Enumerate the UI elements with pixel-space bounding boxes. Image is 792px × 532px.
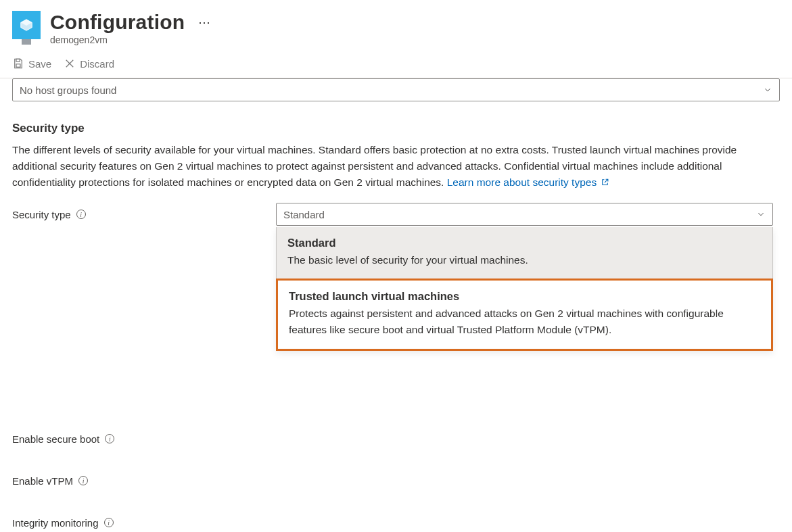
info-icon[interactable]: i xyxy=(104,518,114,527)
external-link-icon xyxy=(601,178,609,187)
security-type-selected: Standard xyxy=(283,209,325,220)
discard-button[interactable]: Discard xyxy=(64,57,114,70)
enable-vtpm-label: Enable vTPM i xyxy=(12,469,269,492)
chevron-down-icon xyxy=(763,85,772,95)
svg-rect-3 xyxy=(16,64,20,68)
option-title: Standard xyxy=(287,237,762,249)
save-icon xyxy=(12,57,24,70)
security-type-label: Security type i xyxy=(12,203,269,226)
resource-subtitle: demogen2vm xyxy=(50,34,210,45)
page-header: Configuration ⋯ demogen2vm xyxy=(12,11,780,45)
learn-more-link[interactable]: Learn more about security types xyxy=(447,176,610,188)
discard-label: Discard xyxy=(80,58,114,70)
security-type-options: Standard The basic level of security for… xyxy=(276,227,773,351)
info-icon[interactable]: i xyxy=(78,476,88,485)
option-desc: The basic level of security for your vir… xyxy=(287,252,762,268)
enable-secure-boot-label: Enable secure boot i xyxy=(12,427,269,450)
page-title: Configuration xyxy=(50,11,185,33)
resource-icon xyxy=(12,11,41,39)
save-button[interactable]: Save xyxy=(12,57,51,70)
security-type-heading: Security type xyxy=(12,122,780,135)
security-option-standard[interactable]: Standard The basic level of security for… xyxy=(277,227,772,279)
option-desc: Protects against persistent and advanced… xyxy=(289,306,760,338)
security-type-dropdown[interactable]: Standard xyxy=(276,203,773,226)
more-actions-button[interactable]: ⋯ xyxy=(198,15,210,30)
host-group-selected: No host groups found xyxy=(20,84,116,96)
security-type-description: The different levels of security availab… xyxy=(12,142,770,191)
info-icon[interactable]: i xyxy=(76,210,86,219)
option-title: Trusted launch virtual machines xyxy=(289,290,760,303)
chevron-down-icon xyxy=(756,210,766,219)
svg-rect-2 xyxy=(16,59,20,62)
security-option-trusted-launch[interactable]: Trusted launch virtual machines Protects… xyxy=(276,279,773,351)
integrity-monitoring-label: Integrity monitoring i xyxy=(12,511,269,532)
host-group-dropdown[interactable]: No host groups found xyxy=(12,78,780,101)
info-icon[interactable]: i xyxy=(105,434,114,443)
close-icon xyxy=(64,57,76,70)
save-label: Save xyxy=(28,58,51,70)
toolbar: Save Discard xyxy=(12,53,780,76)
